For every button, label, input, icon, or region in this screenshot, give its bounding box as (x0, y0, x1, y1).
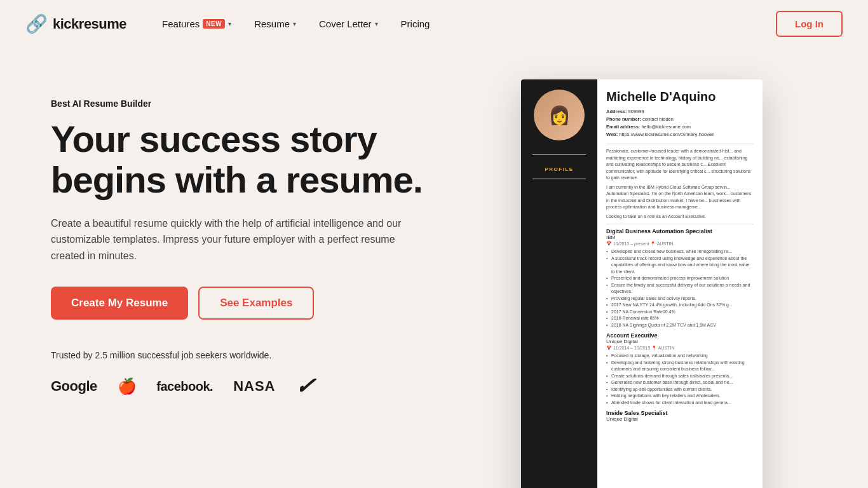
features-chevron-icon: ▾ (228, 20, 231, 27)
nav-resume[interactable]: Resume ▾ (244, 13, 306, 34)
resume-job2-bullet-1: Focused in storage, virtualization and n… (606, 353, 754, 360)
resume-job3-company: Unique Digital (606, 416, 754, 422)
resume-divider-2 (606, 224, 754, 224)
nav-features[interactable]: Features NEW ▾ (152, 13, 241, 34)
nav-pricing[interactable]: Pricing (391, 13, 440, 34)
profile-label: PROFILE (545, 166, 573, 172)
nasa-logo: NASA (233, 378, 275, 395)
resume-profile-text-3: Looking to take on a role as an Account … (606, 214, 754, 220)
see-examples-button[interactable]: See Examples (198, 287, 314, 320)
nike-logo: ✓ (294, 373, 317, 400)
resume-preview: 👩 PROFILE WORK EXPERIENCE Michelle D'Aqu… (521, 79, 763, 488)
resume-job2-date: 📅 11/2014 – 10/2015 📍 AUSTIN (606, 346, 754, 351)
resume-job2-title: Account Executive (606, 332, 754, 339)
hero-content: Best AI Resume Builder Your success stor… (51, 73, 496, 400)
sidebar-divider-2 (532, 179, 585, 179)
resume-divider-1 (606, 144, 754, 144)
header: 🔗 kickresume Features NEW ▾ Resume ▾ Cov… (0, 0, 868, 48)
sidebar-divider-1 (532, 154, 585, 155)
resume-contact: Address: 909999 Phone number: contact hi… (606, 108, 754, 139)
resume-job1-bullet-9: 2016 NA Signings Quota of 2.2M TCV and 1… (606, 322, 754, 329)
hero-headline: Your success story begins with a resume. (51, 119, 496, 200)
main-nav: Features NEW ▾ Resume ▾ Cover Letter ▾ P… (152, 13, 776, 34)
resume-job2-bullet-5: Identifying up-sell opportunities with c… (606, 386, 754, 393)
nav-resume-label: Resume (254, 18, 290, 29)
avatar: 👩 (534, 90, 585, 140)
logo-icon: 🔗 (25, 13, 48, 34)
resume-job2-bullet-4: Generated new customer base through dire… (606, 379, 754, 386)
google-logo: Google (51, 378, 97, 395)
hero-subtitle: Best AI Resume Builder (51, 98, 496, 109)
nav-pricing-label: Pricing (401, 18, 430, 29)
facebook-logo: facebook. (156, 379, 213, 394)
create-resume-button[interactable]: Create My Resume (51, 287, 188, 320)
resume-name: Michelle D'Aquino (606, 90, 754, 104)
nav-cover-letter-label: Cover Letter (319, 18, 372, 29)
hero-description: Create a beautiful resume quickly with t… (51, 215, 407, 264)
resume-job1-bullet-7: 2017 NA Conversion Rate10.4% (606, 309, 754, 316)
resume-profile-text: Passionate, customer-focused leader with… (606, 148, 754, 182)
logo[interactable]: 🔗 kickresume (25, 13, 126, 34)
nav-cover-letter[interactable]: Cover Letter ▾ (309, 13, 388, 34)
resume-job2-bullet-6: Holding negotiations with key retailers … (606, 393, 754, 400)
cover-letter-chevron-icon: ▾ (375, 20, 378, 27)
apple-logo: 🍎 (118, 377, 137, 395)
resume-profile-text-2: I am currently in the IBM Hybrid Cloud S… (606, 184, 754, 211)
resume-job1-title: Digital Business Automation Specialist (606, 228, 754, 234)
resume-content: Michelle D'Aquino Address: 909999 Phone … (597, 79, 763, 488)
resume-job1-company: IBM (606, 234, 754, 240)
cta-button-group: Create My Resume See Examples (51, 287, 496, 320)
trust-text: Trusted by 2.5 million successful job se… (51, 350, 496, 360)
resume-job1-date: 📅 10/2015 – present 📍 AUSTIN (606, 241, 754, 247)
resume-job3-title: Inside Sales Specialist (606, 410, 754, 416)
resume-chevron-icon: ▾ (293, 20, 296, 27)
resume-sidebar: 👩 PROFILE WORK EXPERIENCE (521, 79, 597, 488)
resume-job1-bullet-8: 2016 Renewal rate 85% (606, 315, 754, 322)
resume-job1-bullet-1: Developed and closed new business, while… (606, 248, 754, 255)
resume-job1-bullet-6: 2017 New NA YTY 24.4% growth, including … (606, 302, 754, 309)
nav-features-label: Features (162, 18, 200, 29)
resume-job2-bullet-7: Attended trade shows for client interact… (606, 400, 754, 407)
resume-job2-bullet-3: Create solutions demand through sales ca… (606, 373, 754, 380)
resume-job1-bullet-2: A successful track-record using knowledg… (606, 255, 754, 276)
resume-job2-company: Unique Digital (606, 339, 754, 344)
login-button[interactable]: Log In (776, 11, 843, 37)
logo-text: kickresume (53, 16, 126, 32)
resume-job2-bullet-2: Developing and fostering strong business… (606, 360, 754, 373)
new-badge: NEW (203, 19, 225, 29)
resume-job1-bullet-4: Ensure the timely and successful deliver… (606, 282, 754, 295)
brand-logos: Google 🍎 facebook. NASA ✓ (51, 373, 496, 400)
main-content: Best AI Resume Builder Your success stor… (0, 48, 868, 488)
resume-job1-bullet-5: Providing regular sales and activity rep… (606, 295, 754, 302)
resume-job1-bullet-3: Presented and demonstrated process impro… (606, 275, 754, 282)
